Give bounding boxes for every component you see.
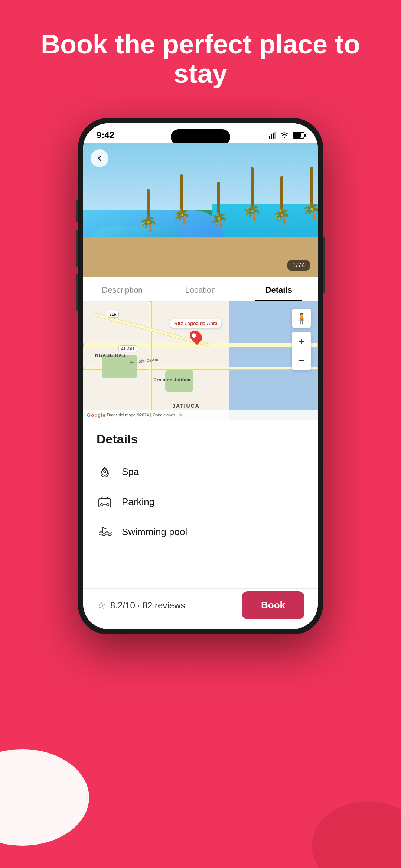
tab-description[interactable]: Description <box>83 277 162 301</box>
ground-bg <box>83 237 318 277</box>
rating-text: 8.2/10 · 82 reviews <box>110 600 185 611</box>
map-zoom-controls: + − <box>292 332 311 370</box>
details-title: Details <box>97 432 304 446</box>
svg-point-6 <box>101 504 103 506</box>
google-logo: Google <box>87 412 105 418</box>
svg-rect-1 <box>271 134 272 139</box>
signal-icon <box>269 132 276 139</box>
map-hotel-label: Ritz Lagoa da Anta <box>170 319 221 328</box>
phone-screen: 9:42 <box>83 123 318 629</box>
palm-tree-5: 🌴 <box>273 176 291 225</box>
amenity-row-spa: Spa <box>97 457 304 487</box>
road-label-al101: AL-101 <box>118 345 137 352</box>
rating-area: ☆ 8.2/10 · 82 reviews <box>97 599 185 611</box>
svg-rect-0 <box>269 136 270 139</box>
status-bar: 9:42 <box>83 123 318 143</box>
phone-mockup: 9:42 <box>0 118 401 634</box>
neighborhood-label-ngabeiras: NGABEIRAS <box>95 352 126 358</box>
svg-rect-2 <box>273 133 274 139</box>
parking-label: Parking <box>122 496 154 508</box>
phone-side-btn-1 <box>76 200 78 222</box>
parking-icon <box>97 494 113 510</box>
svg-line-10 <box>102 527 107 529</box>
map-conditions[interactable]: Condiciones <box>153 413 175 417</box>
palm-tree-2: 🌴 <box>172 174 191 225</box>
map-settings-icon[interactable]: ⚙ <box>178 413 182 417</box>
status-icons <box>269 132 304 139</box>
map-pin: Ritz Lagoa da Anta <box>170 319 221 343</box>
svg-rect-3 <box>274 132 276 139</box>
map-background: 316 AL-101 Av. João Davino NGABEIRAS Pra… <box>83 301 318 420</box>
image-counter: 1/74 <box>287 260 310 271</box>
dynamic-island <box>171 129 230 145</box>
neighborhood-label-jatiuca: Praia de Jatiúca <box>154 377 190 383</box>
spa-label: Spa <box>122 466 139 478</box>
svg-point-7 <box>107 504 109 506</box>
map-attribution: Datos del mapa ©2024 <box>107 413 149 417</box>
map-person-button[interactable]: 🧍 <box>292 309 311 328</box>
wifi-icon <box>280 132 289 139</box>
map-zoom-out-button[interactable]: − <box>292 351 311 370</box>
map-controls: 🧍 + − <box>292 309 311 370</box>
spa-icon <box>97 464 113 480</box>
map-pin-dot <box>188 328 204 345</box>
hotel-image[interactable]: 🌴 🌴 🌴 🌴 <box>83 143 318 277</box>
details-section: Details Spa <box>83 420 318 556</box>
palm-tree-6: 🌴 <box>302 167 318 220</box>
amenity-row-pool: Swimming pool <box>97 517 304 547</box>
hero-title: Book the perfect place to stay <box>0 30 401 88</box>
swimming-pool-icon <box>97 524 113 540</box>
map-footer: Google Datos del mapa ©2024 | Condicione… <box>83 410 318 420</box>
phone-side-btn-2 <box>76 230 78 267</box>
tabs-bar: Description Location Details <box>83 277 318 301</box>
rating-value: 8.2/10 <box>110 600 135 610</box>
palm-tree-4: 🌴 <box>243 167 261 221</box>
svg-point-4 <box>104 471 106 473</box>
palm-tree-1: 🌴 <box>139 189 157 233</box>
map-container[interactable]: 316 AL-101 Av. João Davino NGABEIRAS Pra… <box>83 301 318 420</box>
al101-badge: AL-101 <box>118 345 137 352</box>
tab-details[interactable]: Details <box>239 277 318 301</box>
phone-side-btn-right <box>323 237 325 293</box>
cloud-decoration-left <box>0 749 89 846</box>
cloud-decoration-right <box>312 801 401 868</box>
phone-side-btn-3 <box>76 274 78 311</box>
route-badge-316: 316 <box>107 311 118 318</box>
hero-section: Book the perfect place to stay <box>0 0 401 107</box>
phone-frame: 9:42 <box>78 118 323 634</box>
battery-icon <box>293 132 304 139</box>
status-time: 9:42 <box>97 130 114 140</box>
district-label: JATIÚCA <box>172 403 200 409</box>
amenity-row-parking: Parking <box>97 487 304 517</box>
palm-tree-3: 🌴 <box>209 182 228 229</box>
map-separator: | <box>150 413 151 417</box>
map-zoom-in-button[interactable]: + <box>292 332 311 351</box>
pool-label: Swimming pool <box>122 526 187 538</box>
star-icon: ☆ <box>97 599 106 611</box>
hotel-image-bg: 🌴 🌴 🌴 🌴 <box>83 143 318 277</box>
tab-location[interactable]: Location <box>162 277 240 301</box>
bottom-bar: ☆ 8.2/10 · 82 reviews Book <box>83 588 318 629</box>
reviews-count: 82 reviews <box>143 600 185 610</box>
person-icon: 🧍 <box>296 313 307 324</box>
book-button[interactable]: Book <box>242 591 304 619</box>
rating-separator: · <box>137 600 142 610</box>
map-green-1 <box>102 355 137 378</box>
